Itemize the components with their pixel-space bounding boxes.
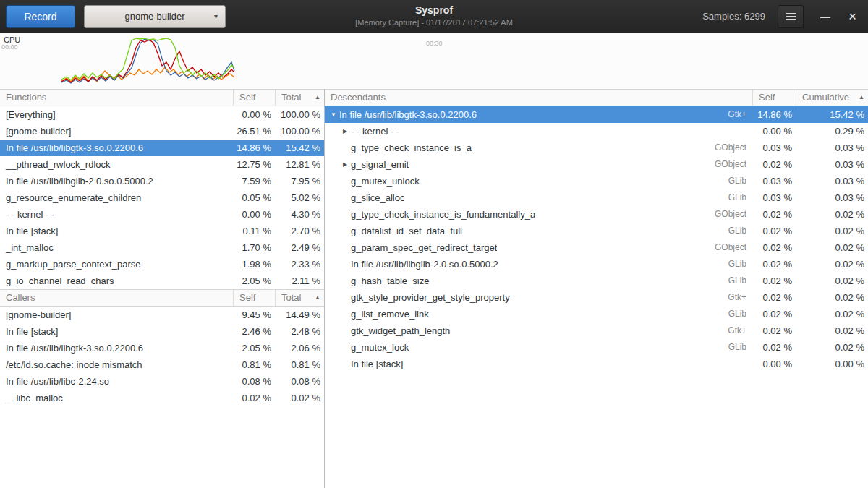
tree-row[interactable]: g_param_spec_get_redirect_targetGObject0…	[325, 239, 868, 256]
library-category: GObject	[709, 206, 752, 223]
process-selector[interactable]: gnome-builder ▾	[84, 5, 226, 28]
descendant-name: g_slice_alloc	[351, 189, 404, 206]
function-name: [Everything]	[0, 106, 233, 123]
library-category: GObject	[709, 140, 752, 156]
tree-row[interactable]: In file [stack]0.00 %0.00 %	[325, 356, 868, 372]
expander-closed-icon[interactable]: ▶	[339, 123, 351, 140]
functions-column-header[interactable]: Functions	[0, 90, 233, 106]
table-row[interactable]: __pthread_rwlock_rdlock12.75 %12.81 %	[0, 156, 324, 173]
cumulative-value: 0.03 %	[796, 173, 868, 189]
table-row[interactable]: g_markup_parse_context_parse1.98 %2.33 %	[0, 256, 324, 273]
tree-row[interactable]: g_datalist_id_set_data_fullGLib0.02 %0.0…	[325, 223, 868, 239]
total-column-label: Total	[281, 90, 301, 106]
table-row[interactable]: g_io_channel_read_chars2.05 %2.11 %	[0, 273, 324, 289]
descendant-name-cell: gtk_style_provider_get_style_propertyGtk…	[325, 289, 752, 306]
descendant-name: g_type_check_instance_is_fundamentally_a	[351, 206, 535, 223]
table-row[interactable]: /etc/ld.so.cache: inode mismatch0.81 %0.…	[0, 356, 324, 373]
tree-row[interactable]: g_slice_allocGLib0.03 %0.03 %	[325, 189, 868, 206]
self-value: 14.86 %	[233, 140, 275, 156]
cpu-timeline[interactable]: CPU 00:00 00:30	[0, 33, 868, 89]
total-column-header[interactable]: Total ▲	[275, 90, 324, 106]
table-row[interactable]: [gnome-builder]9.45 %14.49 %	[0, 307, 324, 323]
close-button[interactable]: ×	[847, 9, 858, 23]
tree-row[interactable]: g_type_check_instance_is_aGObject0.03 %0…	[325, 140, 868, 156]
self-value: 0.02 %	[752, 289, 796, 306]
self-value: 0.02 %	[752, 306, 796, 322]
self-value: 9.45 %	[233, 307, 275, 323]
table-row[interactable]: g_resource_enumerate_children0.05 %5.02 …	[0, 189, 324, 206]
callers-table: [gnome-builder]9.45 %14.49 %In file [sta…	[0, 307, 324, 406]
self-value: 2.46 %	[233, 323, 275, 340]
table-row[interactable]: - - kernel - -0.00 %4.30 %	[0, 206, 324, 223]
tree-row[interactable]: g_mutex_lockGLib0.02 %0.02 %	[325, 339, 868, 356]
self-value: 0.11 %	[233, 223, 275, 239]
descendant-name-cell: g_type_check_instance_is_aGObject	[325, 140, 752, 156]
self-value: 0.03 %	[752, 173, 796, 189]
table-row[interactable]: In file /usr/lib/libgtk-3.so.0.2200.62.0…	[0, 340, 324, 356]
library-category: GObject	[709, 239, 752, 256]
process-selector-label: gnome-builder	[124, 11, 184, 22]
table-row[interactable]: _int_malloc1.70 %2.49 %	[0, 239, 324, 256]
tree-row[interactable]: In file /usr/lib/libglib-2.0.so.0.5000.2…	[325, 256, 868, 273]
function-name: [gnome-builder]	[0, 307, 233, 323]
callers-column-header[interactable]: Callers	[0, 290, 233, 306]
self-value: 0.02 %	[752, 256, 796, 273]
tree-row[interactable]: ▶g_signal_emitGObject0.02 %0.03 %	[325, 156, 868, 173]
descendant-name: g_param_spec_get_redirect_target	[351, 239, 497, 256]
table-row[interactable]: In file /usr/lib/libglib-2.0.so.0.5000.2…	[0, 173, 324, 189]
self-column-header[interactable]: Self	[233, 290, 275, 306]
cumulative-column-header[interactable]: Cumulative ▲	[796, 90, 868, 106]
tree-row[interactable]: gtk_widget_path_lengthGtk+0.02 %0.02 %	[325, 322, 868, 339]
descendant-name: g_mutex_lock	[351, 339, 409, 356]
expander-open-icon[interactable]: ▼	[328, 106, 339, 123]
table-row[interactable]: [gnome-builder]26.51 %100.00 %	[0, 123, 324, 140]
total-column-label: Total	[281, 290, 301, 306]
tree-row[interactable]: g_type_check_instance_is_fundamentally_a…	[325, 206, 868, 223]
tree-row[interactable]: g_hash_table_sizeGLib0.02 %0.02 %	[325, 273, 868, 289]
table-row[interactable]: In file /usr/lib/libc-2.24.so0.08 %0.08 …	[0, 373, 324, 390]
callers-header-row: Callers Self Total ▲	[0, 289, 324, 307]
self-value: 0.02 %	[752, 273, 796, 289]
minimize-button[interactable]: —	[816, 11, 835, 22]
total-value: 7.95 %	[275, 173, 324, 189]
window-title: Sysprof [Memory Capture] - 01/17/2017 07…	[355, 4, 513, 27]
descendant-name-cell: g_mutex_lockGLib	[325, 339, 752, 356]
total-column-header[interactable]: Total ▲	[275, 290, 324, 306]
self-column-header[interactable]: Self	[752, 90, 796, 106]
self-value: 1.70 %	[233, 239, 275, 256]
table-row[interactable]: [Everything]0.00 %100.00 %	[0, 106, 324, 123]
total-value: 2.48 %	[275, 323, 324, 340]
hamburger-icon	[786, 12, 796, 22]
descendant-name-cell: g_datalist_id_set_data_fullGLib	[325, 223, 752, 239]
total-value: 2.11 %	[275, 273, 324, 289]
menu-button[interactable]	[778, 5, 804, 28]
self-value: 2.05 %	[233, 340, 275, 356]
time-tick-mid: 00:30	[426, 40, 443, 47]
cumulative-value: 0.03 %	[796, 140, 868, 156]
self-value: 7.59 %	[233, 173, 275, 189]
tree-row[interactable]: ▼In file /usr/lib/libgtk-3.so.0.2200.6Gt…	[325, 106, 868, 123]
descendant-name-cell: g_slice_allocGLib	[325, 189, 752, 206]
expander-closed-icon[interactable]: ▶	[339, 156, 351, 173]
total-value: 0.81 %	[275, 356, 324, 373]
descendant-name: g_list_remove_link	[351, 306, 429, 322]
table-row[interactable]: In file /usr/lib/libgtk-3.so.0.2200.614.…	[0, 140, 324, 156]
table-row[interactable]: In file [stack]0.11 %2.70 %	[0, 223, 324, 239]
tree-row[interactable]: gtk_style_provider_get_style_propertyGtk…	[325, 289, 868, 306]
self-value: 0.00 %	[752, 356, 796, 372]
tree-row[interactable]: ▶- - kernel - -0.00 %0.29 %	[325, 123, 868, 140]
self-value: 0.08 %	[233, 373, 275, 390]
table-row[interactable]: __libc_malloc0.02 %0.02 %	[0, 390, 324, 406]
sort-indicator-icon: ▲	[315, 90, 320, 106]
descendants-column-header[interactable]: Descendants	[325, 90, 752, 106]
table-row[interactable]: In file [stack]2.46 %2.48 %	[0, 323, 324, 340]
self-column-header[interactable]: Self	[233, 90, 275, 106]
tree-row[interactable]: g_list_remove_linkGLib0.02 %0.02 %	[325, 306, 868, 322]
tree-row[interactable]: g_mutex_unlockGLib0.03 %0.03 %	[325, 173, 868, 189]
descendant-name: g_signal_emit	[351, 156, 409, 173]
function-name: g_io_channel_read_chars	[0, 273, 233, 289]
library-category: GLib	[723, 273, 752, 289]
record-button[interactable]: Record	[6, 5, 75, 28]
self-value: 0.03 %	[752, 140, 796, 156]
function-name: g_resource_enumerate_children	[0, 189, 233, 206]
